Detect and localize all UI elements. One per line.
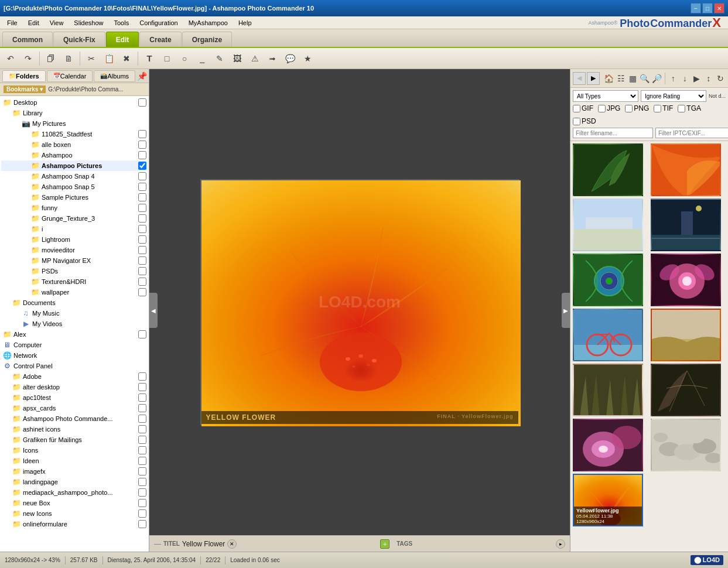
pencil-tool[interactable]: ✎ — [211, 50, 228, 67]
filter-type-select[interactable]: All Types Photos Videos — [573, 90, 638, 102]
tree-checkbox[interactable] — [138, 246, 146, 254]
tree-item-psds[interactable]: 📁 PSDs — [1, 266, 148, 276]
tree-item-ideen[interactable]: 📁 Ideen — [1, 456, 148, 466]
tree-item-wallpaper[interactable]: 📁 wallpaper — [1, 287, 148, 297]
nav-forward-button[interactable]: ▶ — [587, 72, 600, 85]
thumbnail-11[interactable] — [573, 419, 643, 471]
tree-item-ashineticonss[interactable]: 📁 ashinet icons — [1, 424, 148, 434]
tree-checkbox[interactable] — [138, 98, 146, 107]
tree-item-alleboxen[interactable]: 📁 alle boxen — [1, 139, 148, 150]
tree-checkbox[interactable] — [138, 172, 146, 180]
tree-item-snap4[interactable]: 📁 Ashampoo Snap 4 — [1, 171, 148, 182]
tree-item-apsxcards[interactable]: 📁 apsx_cards — [1, 403, 148, 413]
tree-item-network[interactable]: 🌐 Network — [1, 350, 148, 361]
thumbnail-selected[interactable]: YellowFlower.jpg 05.04.2012 11:38 1280x9… — [573, 474, 643, 526]
undo-button[interactable]: ↶ — [2, 50, 19, 67]
tree-item-computer[interactable]: 🖥 Computer — [1, 340, 148, 350]
tree-item-samplepictures[interactable]: 📁 Sample Pictures — [1, 192, 148, 203]
tree-checkbox[interactable] — [138, 404, 146, 412]
tree-item-neuebox[interactable]: 📁 neue Box — [1, 498, 148, 508]
tree-checkbox[interactable] — [138, 225, 146, 233]
psd-checkbox[interactable] — [573, 118, 580, 125]
tree-checkbox[interactable] — [138, 267, 146, 275]
paste-button[interactable]: ✖ — [118, 50, 135, 67]
speech-tool[interactable]: 💬 — [282, 50, 298, 67]
thumbnail-3[interactable] — [573, 199, 643, 251]
tree-item-texturen[interactable]: 📁 Texturen&HDRI — [1, 276, 148, 287]
menu-view[interactable]: View — [45, 18, 69, 28]
tree-checkbox[interactable] — [138, 183, 146, 191]
home-button[interactable]: 🏠 — [603, 70, 614, 87]
tree-item-mypictures[interactable]: 📷 My Pictures — [1, 118, 148, 129]
rotate-button[interactable]: ↻ — [715, 70, 726, 87]
tree-checkbox[interactable] — [138, 436, 146, 444]
zoom-button[interactable]: 🔍 — [639, 70, 650, 87]
thumbnail-9[interactable] — [573, 364, 643, 416]
tree-checkbox[interactable] — [138, 415, 146, 423]
tree-checkbox[interactable] — [138, 151, 146, 159]
nav-back-button[interactable]: ◀ — [573, 72, 586, 85]
line-tool[interactable]: ⎯ — [194, 50, 210, 67]
cut-button[interactable]: ✂ — [83, 50, 100, 67]
tab-quickfix[interactable]: Quick-Fix — [53, 32, 105, 47]
export-button[interactable]: ↓ — [679, 70, 690, 87]
open-button[interactable]: 🗍 — [43, 50, 59, 67]
tree-checkbox[interactable] — [138, 383, 146, 391]
tree-item-alex[interactable]: 📁 Alex — [1, 329, 148, 340]
text-tool[interactable]: T — [141, 50, 158, 67]
close-button[interactable]: ✕ — [714, 3, 724, 13]
star-tool[interactable]: ★ — [299, 50, 316, 67]
rectangle-tool[interactable]: □ — [159, 50, 175, 67]
bookmarks-label[interactable]: Bookmarks ▾ — [4, 85, 46, 93]
tree-item-myvideos[interactable]: ▶ My Videos — [1, 319, 148, 329]
tree-item-snap5[interactable]: 📁 Ashampoo Snap 5 — [1, 182, 148, 192]
tree-item-newicons[interactable]: 📁 new Icons — [1, 508, 148, 519]
add-title-button[interactable]: + — [380, 539, 389, 549]
thumbnail-8[interactable] — [651, 309, 721, 361]
view-grid-button[interactable]: ▦ — [627, 70, 638, 87]
tree-checkbox[interactable] — [138, 425, 146, 433]
tree-checkbox[interactable] — [138, 478, 146, 486]
thumbnail-12[interactable] — [651, 419, 721, 471]
redo-button[interactable]: ↷ — [20, 50, 36, 67]
tree-item-mediapack[interactable]: 📁 mediapack_ashampoo_photo... — [1, 487, 148, 498]
tree-checkbox[interactable] — [138, 457, 146, 465]
menu-help[interactable]: Help — [234, 18, 257, 28]
tree-checkbox[interactable] — [138, 256, 146, 265]
menu-slideshow[interactable]: Slideshow — [69, 18, 108, 28]
tree-item-controlpanel[interactable]: ⚙ Control Panel — [1, 361, 148, 371]
tree-checkbox[interactable] — [138, 278, 146, 286]
tree-checkbox[interactable] — [138, 235, 146, 244]
tree-checkbox[interactable] — [138, 141, 146, 149]
tree-checkbox[interactable] — [138, 214, 146, 223]
tree-checkbox[interactable] — [138, 204, 146, 212]
sort-button[interactable]: ↕ — [703, 70, 714, 87]
filter-rating-select[interactable]: Ignore Rating 1 Star 5 Stars — [641, 90, 706, 102]
tree-item-lightroom[interactable]: 📁 Lightroom — [1, 234, 148, 245]
thumbnail-5[interactable] — [573, 254, 643, 306]
search-button[interactable]: 🔎 — [651, 70, 662, 87]
tree-checkbox[interactable] — [138, 193, 146, 201]
tree-checkbox[interactable] — [138, 130, 146, 138]
panel-pin-button[interactable]: 📌 — [136, 71, 147, 81]
tree-item-mpnavigator[interactable]: 📁 MP Navigator EX — [1, 255, 148, 266]
tree-checkbox[interactable] — [138, 446, 146, 454]
copy-button[interactable]: 📋 — [101, 50, 117, 67]
tags-scroll-right[interactable]: ▸ — [556, 539, 565, 549]
image-tool[interactable]: 🖼 — [229, 50, 245, 67]
tree-item-i[interactable]: 📁 i — [1, 224, 148, 234]
tree-checkbox[interactable] — [138, 509, 146, 518]
menu-configuration[interactable]: Configuration — [135, 18, 182, 28]
annotation-tool[interactable]: ⚠ — [247, 50, 263, 67]
filename-filter-input[interactable] — [573, 128, 653, 138]
iptc-filter-input[interactable] — [655, 128, 728, 138]
tree-item-ashampoo[interactable]: 📁 Ashampoo — [1, 150, 148, 160]
tree-checkbox[interactable] — [138, 372, 146, 381]
tree-item-adobe[interactable]: 📁 Adobe — [1, 371, 148, 382]
gif-checkbox[interactable] — [573, 105, 580, 112]
view-list-button[interactable]: ☷ — [616, 70, 626, 87]
thumbnail-1[interactable] — [573, 143, 643, 196]
tab-albums[interactable]: 📸 Albums — [94, 70, 135, 82]
tree-item-apc10test[interactable]: 📁 apc10test — [1, 392, 148, 403]
tree-item-mymusic[interactable]: ♫ My Music — [1, 308, 148, 319]
